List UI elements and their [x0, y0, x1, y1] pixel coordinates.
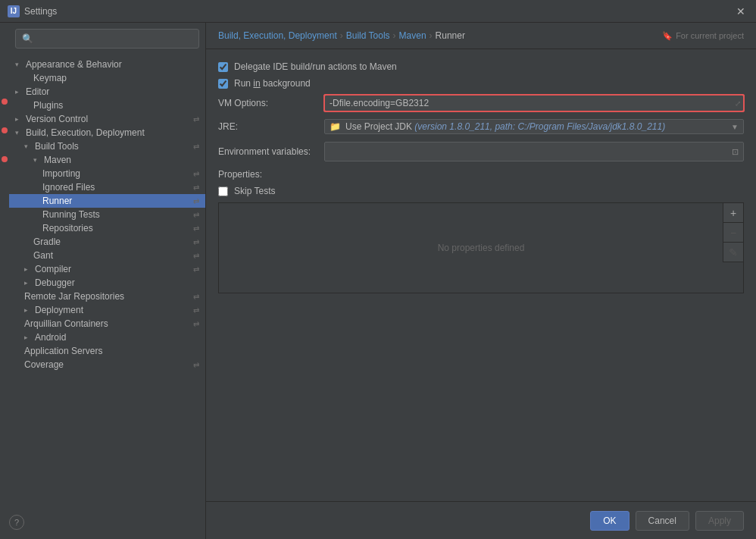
properties-toolbar: + − ✎: [723, 203, 743, 262]
content-area: Build, Execution, Deployment › Build Too…: [206, 23, 756, 539]
sidebar-item-importing[interactable]: Importing ⇄: [9, 167, 205, 180]
sidebar-item-build-exec[interactable]: ▾ Build, Execution, Deployment: [9, 126, 205, 139]
sync-icon: ⇄: [193, 183, 199, 192]
sidebar-item-label: Editor: [26, 86, 49, 97]
close-button[interactable]: ✕: [733, 4, 748, 19]
sidebar-item-label: Keymap: [33, 73, 67, 83]
sidebar-item-runner[interactable]: Runner ⇄: [9, 194, 205, 208]
sidebar-item-plugins[interactable]: Plugins: [9, 99, 205, 112]
sidebar-item-label: Gant: [33, 250, 53, 261]
sidebar-item-label: Ignored Files: [42, 182, 95, 193]
properties-title: Properties:: [218, 169, 744, 180]
sidebar-item-android[interactable]: ▸ Android: [9, 331, 205, 344]
background-checkbox[interactable]: [218, 79, 228, 89]
no-properties-message: No properties defined: [438, 243, 525, 253]
properties-panel: No properties defined + − ✎: [218, 202, 744, 293]
app-icon: IJ: [8, 5, 20, 17]
arrow-icon: ▾: [33, 156, 42, 164]
breadcrumb-sep: ›: [340, 30, 343, 41]
left-indicators: [0, 23, 9, 539]
search-input[interactable]: [22, 33, 192, 44]
cancel-button[interactable]: Cancel: [636, 511, 689, 531]
skip-tests-checkbox[interactable]: [218, 186, 228, 196]
arrow-icon: ▸: [15, 115, 24, 123]
delegate-checkbox[interactable]: [218, 62, 228, 72]
sidebar: ▾ Appearance & Behavior Keymap ▸ Editor …: [9, 23, 206, 539]
sidebar-item-label: Build Tools: [35, 141, 79, 152]
settings-tree: ▾ Appearance & Behavior Keymap ▸ Editor …: [9, 55, 205, 539]
sync-icon: ⇄: [193, 238, 199, 246]
sync-icon: ⇄: [193, 252, 199, 260]
add-property-button[interactable]: +: [723, 203, 743, 223]
sync-icon: ⇄: [193, 211, 199, 219]
sidebar-item-version-control[interactable]: ▸ Version Control ⇄: [9, 112, 205, 126]
env-vars-input[interactable]: ⊡: [324, 142, 744, 161]
sidebar-item-coverage[interactable]: Coverage ⇄: [9, 358, 205, 371]
breadcrumb-sep: ›: [430, 30, 433, 41]
sidebar-item-app-servers[interactable]: Application Servers: [9, 344, 205, 358]
background-checkbox-row: Run in background: [218, 78, 744, 89]
search-box[interactable]: [15, 29, 199, 49]
bottom-bar: ? OK Cancel Apply: [206, 501, 756, 539]
window-title: Settings: [24, 6, 733, 17]
sidebar-item-maven[interactable]: ▾ Maven: [9, 153, 205, 167]
breadcrumb-build-tools[interactable]: Build Tools: [346, 30, 390, 41]
sidebar-item-build-tools[interactable]: ▾ Build Tools ⇄: [9, 139, 205, 153]
vm-options-input[interactable]: [324, 95, 744, 111]
sidebar-item-arquillian[interactable]: Arquillian Containers ⇄: [9, 317, 205, 331]
sidebar-item-editor[interactable]: ▸ Editor: [9, 85, 205, 99]
sidebar-item-label: Importing: [42, 168, 80, 179]
edit-property-button[interactable]: ✎: [723, 243, 743, 262]
sidebar-item-gant[interactable]: Gant ⇄: [9, 249, 205, 262]
delegate-label: Delegate IDE build/run actions to Maven: [234, 61, 397, 72]
vm-options-input-wrap: ⤢: [324, 95, 744, 111]
expand-icon[interactable]: ⤢: [735, 99, 741, 108]
breadcrumb-sep: ›: [393, 30, 396, 41]
sidebar-item-label: Debugger: [35, 277, 75, 288]
sync-icon: ⇄: [193, 143, 199, 151]
sidebar-item-running-tests[interactable]: Running Tests ⇄: [9, 208, 205, 221]
sidebar-item-remote-jar[interactable]: Remote Jar Repositories ⇄: [9, 290, 205, 303]
sidebar-item-label: Runner: [42, 196, 72, 206]
form-area: Delegate IDE build/run actions to Maven …: [206, 49, 756, 501]
jre-dropdown-icon: ▼: [731, 123, 739, 131]
sidebar-item-appearance[interactable]: ▾ Appearance & Behavior: [9, 58, 205, 71]
sidebar-item-label: Version Control: [26, 114, 88, 124]
sidebar-item-compiler[interactable]: ▸ Compiler ⇄: [9, 262, 205, 276]
sidebar-item-ignored-files[interactable]: Ignored Files ⇄: [9, 180, 205, 194]
jre-selector[interactable]: 📁 Use Project JDK (version 1.8.0_211, pa…: [324, 119, 744, 134]
vm-options-label: VM Options:: [218, 98, 324, 108]
project-scope: 🔖 For current project: [662, 31, 744, 41]
sidebar-item-label: Application Servers: [24, 346, 102, 356]
sidebar-item-keymap[interactable]: Keymap: [9, 71, 205, 85]
sidebar-item-repositories[interactable]: Repositories ⇄: [9, 221, 205, 235]
sync-icon: ⇄: [193, 170, 199, 178]
indicator-dot: [2, 156, 8, 162]
arrow-icon: ▸: [24, 279, 33, 287]
ok-button[interactable]: OK: [590, 511, 629, 531]
sidebar-item-label: Remote Jar Repositories: [24, 291, 124, 302]
breadcrumb-build[interactable]: Build, Execution, Deployment: [218, 30, 337, 41]
breadcrumb-maven[interactable]: Maven: [399, 30, 426, 41]
env-browse-icon[interactable]: ⊡: [732, 147, 739, 157]
sync-icon: ⇄: [193, 293, 199, 301]
sync-icon: ⇄: [193, 265, 199, 274]
sidebar-item-deployment[interactable]: ▸ Deployment ⇄: [9, 303, 205, 317]
remove-property-button[interactable]: −: [723, 223, 743, 243]
sync-icon: ⇄: [193, 320, 199, 328]
project-scope-label: For current project: [676, 31, 744, 40]
delegate-checkbox-row: Delegate IDE build/run actions to Maven: [218, 61, 744, 72]
jre-label: JRE:: [218, 121, 324, 132]
sidebar-item-label: Repositories: [42, 223, 93, 233]
indicator-dot: [2, 99, 8, 105]
sidebar-item-label: Gradle: [33, 237, 61, 247]
skip-tests-row: Skip Tests: [218, 186, 744, 196]
breadcrumb-runner: Runner: [436, 30, 465, 41]
sidebar-item-gradle[interactable]: Gradle ⇄: [9, 235, 205, 249]
sidebar-item-debugger[interactable]: ▸ Debugger: [9, 276, 205, 290]
arrow-icon: ▾: [15, 129, 24, 136]
env-vars-row: Environment variables: ⊡: [218, 142, 744, 161]
apply-button[interactable]: Apply: [695, 511, 744, 531]
sidebar-item-label: Running Tests: [42, 209, 100, 220]
sidebar-item-label: Deployment: [35, 305, 83, 315]
